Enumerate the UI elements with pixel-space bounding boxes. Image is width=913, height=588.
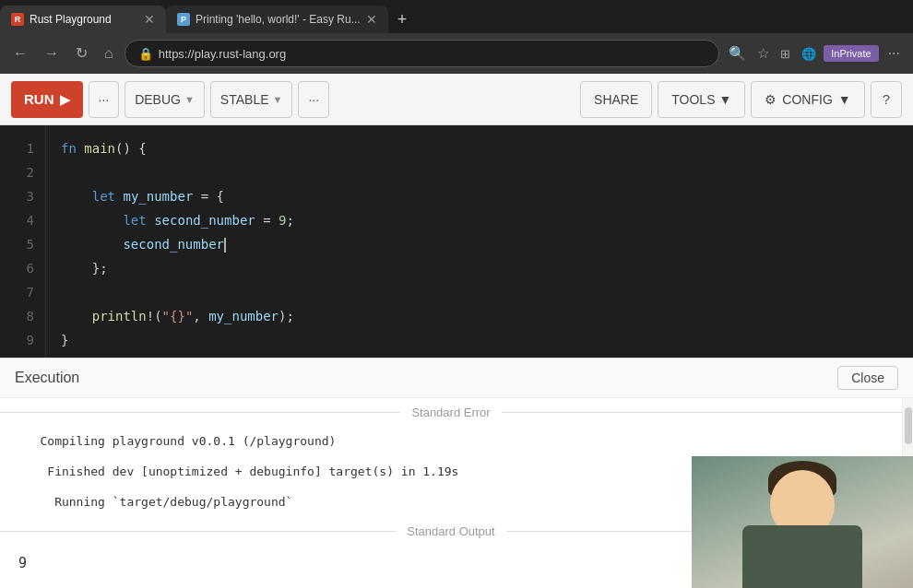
code-editor[interactable]: 1 2 3 4 5 6 7 8 9 10 fn main() { let my_…	[0, 125, 913, 358]
tab-rust-label: Rust Playground	[30, 13, 112, 26]
execution-container: Execution Close Standard Error Compiling…	[0, 358, 913, 588]
divider-line-right	[502, 412, 902, 413]
stable-dropdown[interactable]: STABLE ▼	[210, 81, 293, 118]
star-icon-btn[interactable]: ☆	[753, 41, 773, 65]
playground-toolbar: RUN ▶ ··· DEBUG ▼ STABLE ▼ ··· SHARE TOO…	[0, 74, 913, 125]
config-button[interactable]: ⚙ CONFIG ▼	[751, 81, 864, 118]
refresh-button[interactable]: ↻	[70, 42, 93, 65]
rust-tab-icon: R	[11, 13, 24, 26]
gear-icon: ⚙	[765, 92, 777, 107]
profile-button[interactable]: InPrivate	[824, 45, 878, 62]
code-content[interactable]: fn main() { let my_number = { let second…	[46, 125, 913, 358]
tab-rust[interactable]: R Rust Playground ✕	[0, 6, 166, 33]
tab-printing-close[interactable]: ✕	[366, 13, 377, 26]
tools-label: TOOLS	[671, 92, 715, 107]
config-chevron-icon: ▼	[838, 92, 851, 107]
code-line-2	[61, 160, 898, 184]
divider-line-left	[0, 412, 400, 413]
code-line-8: println!("{}", my_number);	[61, 304, 898, 328]
lock-icon: 🔒	[138, 47, 153, 61]
line-num-8: 8	[7, 304, 34, 328]
debug-label: DEBUG	[135, 92, 181, 107]
line-num-9: 9	[7, 328, 34, 352]
debug-chevron-icon: ▼	[184, 94, 195, 105]
standard-output-label: Standard Output	[396, 524, 505, 538]
nav-actions: 🔍 ☆ ⊞ 🌐 InPrivate ···	[725, 41, 906, 65]
code-line-1: fn main() {	[61, 136, 898, 160]
menu-button[interactable]: ···	[883, 43, 906, 64]
code-line-4: let second_number = 9;	[61, 208, 898, 232]
toolbar-dots2[interactable]: ···	[298, 81, 329, 118]
browser-window: R Rust Playground ✕ P Printing 'hello, w…	[0, 0, 913, 588]
new-tab-button[interactable]: +	[388, 6, 417, 33]
code-line-6: };	[61, 256, 898, 280]
line-num-7: 7	[7, 280, 34, 304]
code-line-9: }	[61, 328, 898, 352]
address-bar[interactable]: 🔒 https://play.rust-lang.org	[125, 40, 720, 67]
collections-icon-btn[interactable]: ⊞	[777, 43, 794, 65]
line-num-5: 5	[7, 232, 34, 256]
tools-button[interactable]: TOOLS ▼	[658, 81, 745, 118]
share-button[interactable]: SHARE	[580, 81, 652, 118]
home-button[interactable]: ⌂	[99, 42, 119, 65]
help-button[interactable]: ?	[871, 81, 902, 118]
nav-bar: ← → ↻ ⌂ 🔒 https://play.rust-lang.org 🔍 ☆…	[0, 33, 913, 74]
back-button[interactable]: ←	[7, 42, 33, 65]
line-numbers: 1 2 3 4 5 6 7 8 9 10	[0, 125, 46, 358]
search-icon-btn[interactable]: 🔍	[725, 41, 750, 65]
execution-header: Execution Close	[0, 359, 913, 398]
line-num-2: 2	[7, 160, 34, 184]
line-num-6: 6	[7, 256, 34, 280]
browser-icon-btn[interactable]: 🌐	[798, 43, 820, 65]
tab-printing-label: Printing 'hello, world!' - Easy Ru...	[196, 13, 361, 26]
standard-error-divider: Standard Error	[0, 398, 902, 427]
close-button[interactable]: Close	[837, 366, 898, 390]
stable-chevron-icon: ▼	[273, 94, 283, 105]
stable-label: STABLE	[220, 92, 269, 107]
line-num-3: 3	[7, 184, 34, 208]
line-num-4: 4	[7, 208, 34, 232]
code-line-3: let my_number = {	[61, 184, 898, 208]
code-container: 1 2 3 4 5 6 7 8 9 10 fn main() { let my_…	[0, 125, 913, 358]
scrollbar-thumb[interactable]	[905, 407, 912, 444]
tab-printing[interactable]: P Printing 'hello, world!' - Easy Ru... …	[166, 6, 388, 33]
tab-bar: R Rust Playground ✕ P Printing 'hello, w…	[0, 0, 913, 33]
standard-error-label: Standard Error	[400, 406, 501, 419]
config-label: CONFIG	[782, 92, 832, 107]
webcam-content	[692, 456, 913, 588]
run-button[interactable]: RUN ▶	[11, 81, 83, 118]
run-label: RUN	[24, 91, 54, 107]
divider-line-left2	[0, 531, 396, 532]
execution-title: Execution	[15, 370, 79, 386]
toolbar-dots1[interactable]: ···	[89, 81, 120, 118]
code-line-7	[61, 280, 898, 304]
debug-dropdown[interactable]: DEBUG ▼	[125, 81, 205, 118]
line-num-1: 1	[7, 136, 34, 160]
printing-tab-icon: P	[177, 13, 190, 26]
tools-chevron-icon: ▼	[718, 92, 731, 107]
forward-button[interactable]: →	[39, 42, 65, 65]
webcam-overlay	[692, 456, 913, 588]
code-line-5: second_number	[61, 232, 898, 256]
url-text: https://play.rust-lang.org	[159, 47, 287, 61]
tab-rust-close[interactable]: ✕	[144, 13, 155, 26]
webcam-body	[742, 525, 862, 588]
output-line-1: Compiling playground v0.0.1 (/playground…	[0, 427, 902, 457]
play-icon: ▶	[60, 92, 70, 107]
